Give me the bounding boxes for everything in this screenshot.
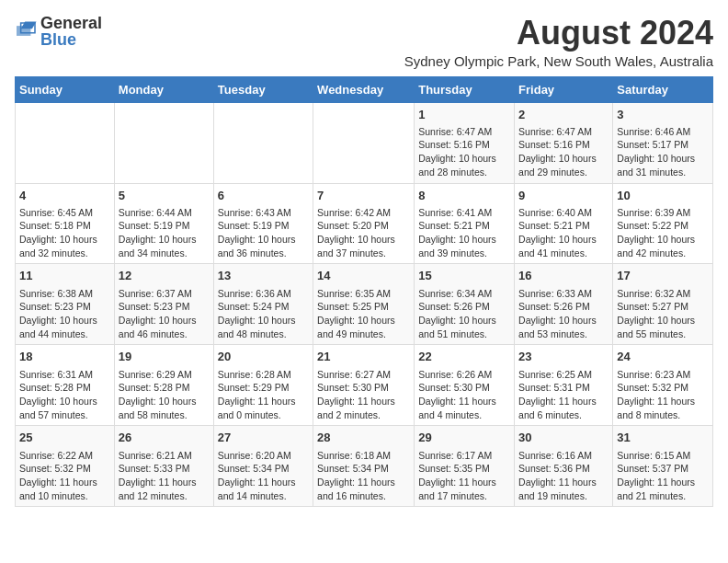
day-info-line: and 4 minutes.: [418, 408, 510, 422]
day-info-line: Sunset: 5:35 PM: [418, 462, 510, 476]
calendar-day-2: 2Sunrise: 6:47 AMSunset: 5:16 PMDaylight…: [515, 102, 613, 183]
day-number: 20: [218, 349, 309, 365]
day-info-line: Sunset: 5:16 PM: [418, 138, 510, 152]
day-info-line: Daylight: 10 hours: [518, 152, 609, 166]
day-info-line: Daylight: 11 hours: [317, 395, 410, 408]
weekday-header-row: SundayMondayTuesdayWednesdayThursdayFrid…: [16, 76, 713, 102]
empty-cell: [213, 102, 313, 183]
day-info-line: Daylight: 11 hours: [119, 476, 210, 489]
main-title: August 2024: [120, 15, 713, 52]
day-number: 10: [617, 188, 709, 204]
calendar-day-6: 6Sunrise: 6:43 AMSunset: 5:19 PMDaylight…: [213, 183, 313, 264]
day-info-line: and 0 minutes.: [218, 408, 309, 422]
day-info-line: and 10 minutes.: [19, 489, 110, 503]
calendar-week-row: 18Sunrise: 6:31 AMSunset: 5:28 PMDayligh…: [16, 345, 713, 426]
calendar-day-23: 23Sunrise: 6:25 AMSunset: 5:31 PMDayligh…: [515, 345, 613, 426]
day-info-line: Sunrise: 6:28 AM: [218, 368, 309, 382]
day-info-line: Daylight: 11 hours: [518, 395, 609, 408]
logo-general: General: [40, 15, 102, 31]
day-info-line: Sunrise: 6:41 AM: [418, 206, 510, 220]
day-number: 25: [19, 430, 110, 446]
calendar-day-3: 3Sunrise: 6:46 AMSunset: 5:17 PMDaylight…: [613, 102, 713, 183]
day-info-line: Daylight: 10 hours: [19, 395, 110, 408]
day-info-line: Sunset: 5:33 PM: [119, 462, 210, 476]
day-info-line: Sunrise: 6:46 AM: [617, 125, 709, 139]
day-info-line: Sunset: 5:16 PM: [518, 138, 609, 152]
day-info-line: and 14 minutes.: [218, 489, 309, 503]
calendar-week-row: 11Sunrise: 6:38 AMSunset: 5:23 PMDayligh…: [16, 264, 713, 345]
day-info-line: and 2 minutes.: [317, 408, 410, 422]
day-number: 9: [518, 188, 609, 204]
subtitle: Sydney Olympic Park, New South Wales, Au…: [120, 53, 713, 69]
logo: General Blue: [15, 15, 102, 48]
day-info-line: Daylight: 10 hours: [617, 233, 709, 247]
day-info-line: Sunset: 5:36 PM: [518, 462, 609, 476]
day-info-line: and 16 minutes.: [317, 489, 410, 503]
calendar-day-24: 24Sunrise: 6:23 AMSunset: 5:32 PMDayligh…: [613, 345, 713, 426]
day-number: 7: [317, 188, 410, 204]
day-info-line: and 51 minutes.: [418, 327, 510, 341]
day-info-line: Sunset: 5:25 PM: [317, 300, 410, 314]
day-info-line: and 8 minutes.: [617, 408, 709, 422]
day-info-line: Daylight: 10 hours: [218, 314, 309, 327]
day-number: 12: [119, 268, 210, 284]
day-info-line: and 48 minutes.: [218, 327, 309, 341]
day-info-line: Sunset: 5:28 PM: [19, 381, 110, 395]
day-info-line: and 41 minutes.: [518, 247, 609, 260]
day-number: 8: [418, 188, 510, 204]
day-info-line: Sunrise: 6:22 AM: [19, 449, 110, 463]
day-info-line: Daylight: 11 hours: [617, 476, 709, 489]
day-info-line: Sunrise: 6:23 AM: [617, 368, 709, 382]
day-info-line: Daylight: 11 hours: [19, 476, 110, 489]
calendar-day-4: 4Sunrise: 6:45 AMSunset: 5:18 PMDaylight…: [16, 183, 115, 264]
day-info-line: Sunrise: 6:38 AM: [19, 287, 110, 301]
day-info-line: Sunrise: 6:26 AM: [418, 368, 510, 382]
day-info-line: Sunrise: 6:20 AM: [218, 449, 309, 463]
day-info-line: and 29 minutes.: [518, 166, 609, 179]
calendar-day-22: 22Sunrise: 6:26 AMSunset: 5:30 PMDayligh…: [415, 345, 515, 426]
day-info-line: Sunset: 5:30 PM: [418, 381, 510, 395]
day-info-line: Daylight: 11 hours: [518, 476, 609, 489]
day-info-line: Sunrise: 6:36 AM: [218, 287, 309, 301]
calendar-day-8: 8Sunrise: 6:41 AMSunset: 5:21 PMDaylight…: [415, 183, 515, 264]
day-info-line: Daylight: 10 hours: [218, 233, 309, 247]
weekday-header-saturday: Saturday: [613, 76, 713, 102]
day-info-line: Sunrise: 6:47 AM: [518, 125, 609, 139]
day-number: 2: [518, 107, 609, 123]
day-info-line: Sunset: 5:18 PM: [19, 219, 110, 233]
empty-cell: [313, 102, 415, 183]
day-info-line: Sunrise: 6:34 AM: [418, 287, 510, 301]
weekday-header-tuesday: Tuesday: [213, 76, 313, 102]
day-info-line: Sunrise: 6:45 AM: [19, 206, 110, 220]
day-number: 18: [19, 349, 110, 365]
day-number: 24: [617, 349, 709, 365]
calendar-day-26: 26Sunrise: 6:21 AMSunset: 5:33 PMDayligh…: [114, 426, 213, 507]
day-info-line: and 53 minutes.: [518, 327, 609, 341]
day-info-line: Daylight: 11 hours: [418, 395, 510, 408]
day-info-line: Sunrise: 6:25 AM: [518, 368, 609, 382]
day-info-line: Sunrise: 6:16 AM: [518, 449, 609, 463]
day-info-line: Daylight: 10 hours: [418, 152, 510, 166]
day-info-line: Sunset: 5:28 PM: [119, 381, 210, 395]
day-info-line: and 31 minutes.: [617, 166, 709, 179]
day-info-line: Sunset: 5:32 PM: [617, 381, 709, 395]
logo-blue: Blue: [40, 31, 102, 48]
day-info-line: Sunrise: 6:43 AM: [218, 206, 309, 220]
day-info-line: Daylight: 10 hours: [19, 314, 110, 327]
day-info-line: Sunrise: 6:37 AM: [119, 287, 210, 301]
day-info-line: and 12 minutes.: [119, 489, 210, 503]
day-number: 31: [617, 430, 709, 446]
day-info-line: and 46 minutes.: [119, 327, 210, 341]
day-number: 26: [119, 430, 210, 446]
weekday-header-sunday: Sunday: [16, 76, 115, 102]
day-info-line: Daylight: 10 hours: [518, 233, 609, 247]
day-info-line: Daylight: 10 hours: [617, 152, 709, 166]
day-info-line: Sunrise: 6:27 AM: [317, 368, 410, 382]
day-info-line: Sunset: 5:19 PM: [218, 219, 309, 233]
day-info-line: Daylight: 10 hours: [317, 314, 410, 327]
day-info-line: Sunset: 5:30 PM: [317, 381, 410, 395]
weekday-header-monday: Monday: [114, 76, 213, 102]
day-info-line: Sunrise: 6:31 AM: [19, 368, 110, 382]
day-info-line: Sunset: 5:26 PM: [518, 300, 609, 314]
calendar-day-30: 30Sunrise: 6:16 AMSunset: 5:36 PMDayligh…: [515, 426, 613, 507]
